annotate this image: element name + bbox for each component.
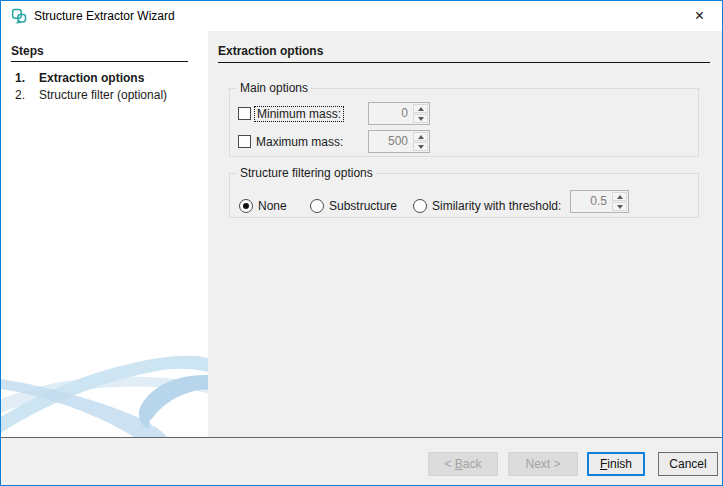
spinner-down-button (413, 142, 428, 151)
spinner-buttons (412, 131, 429, 152)
minimum-mass-checkbox[interactable] (238, 107, 251, 120)
step-label: Structure filter (optional) (39, 88, 167, 103)
wizard-window: Structure Extractor Wizard × Steps 1. Ex… (0, 0, 723, 486)
maximum-mass-label[interactable]: Maximum mass: (256, 135, 343, 149)
back-button: < Back (428, 452, 498, 476)
radio-substructure[interactable]: Substructure (310, 195, 397, 217)
step-label: Extraction options (39, 71, 144, 86)
spinner-down-icon (617, 205, 623, 209)
radio-none[interactable]: None (239, 195, 287, 217)
watermark-swoosh-graphic (1, 337, 208, 437)
maximum-mass-checkbox[interactable] (238, 135, 251, 148)
finish-button[interactable]: Finish (587, 452, 645, 476)
steps-list: 1. Extraction options 2. Structure filte… (1, 70, 208, 104)
content-panel: Extraction options Main options Minimum … (208, 31, 722, 437)
threshold-spinbox: 0.5 (570, 190, 629, 213)
spinner-up-icon (418, 135, 424, 139)
spinner-down-icon (418, 117, 424, 121)
step-item-extraction-options: 1. Extraction options (1, 70, 208, 87)
radio-similarity-control[interactable] (413, 199, 427, 213)
maximum-mass-value: 500 (369, 131, 412, 152)
spinner-down-icon (418, 145, 424, 149)
maximum-mass-spinbox: 500 (368, 130, 430, 153)
step-number: 2. (15, 88, 39, 103)
spinner-buttons (412, 103, 429, 124)
button-bar: < Back Next > Finish Cancel (1, 437, 722, 485)
group-title: Structure filtering options (237, 166, 376, 180)
radio-similarity[interactable]: Similarity with threshold: (413, 195, 561, 217)
structure-filtering-group: Structure filtering options None Substru… (229, 173, 699, 218)
close-icon: × (695, 7, 704, 25)
cancel-button[interactable]: Cancel (658, 452, 718, 476)
radio-substructure-label[interactable]: Substructure (329, 199, 397, 213)
structure-extractor-icon (11, 8, 27, 24)
next-button: Next > (508, 452, 578, 476)
spinner-up-icon (617, 195, 623, 199)
minimum-mass-row: Minimum mass: (238, 102, 344, 125)
spinner-up-button (413, 104, 428, 113)
back-label: < Back (444, 457, 481, 471)
minimum-mass-label[interactable]: Minimum mass: (254, 106, 344, 122)
step-number: 1. (15, 71, 39, 86)
spinner-up-icon (418, 107, 424, 111)
steps-heading: Steps (11, 44, 188, 62)
minimum-mass-value: 0 (369, 103, 412, 124)
radio-none-control[interactable] (239, 199, 253, 213)
radio-substructure-control[interactable] (310, 199, 324, 213)
title-bar[interactable]: Structure Extractor Wizard × (1, 1, 722, 31)
radio-similarity-label[interactable]: Similarity with threshold: (432, 199, 561, 213)
cancel-label: Cancel (669, 457, 706, 471)
radio-none-label[interactable]: None (258, 199, 287, 213)
main-options-group: Main options Minimum mass: 0 Maximum mas… (229, 88, 699, 157)
group-title: Main options (237, 81, 311, 95)
page-title: Extraction options (218, 44, 710, 63)
minimum-mass-spinbox: 0 (368, 102, 430, 125)
spinner-up-button (413, 132, 428, 141)
spinner-up-button (612, 192, 627, 201)
steps-panel: Steps 1. Extraction options 2. Structure… (1, 31, 208, 437)
next-label: Next > (525, 457, 560, 471)
close-button[interactable]: × (677, 1, 722, 31)
threshold-value: 0.5 (571, 191, 611, 212)
window-title: Structure Extractor Wizard (34, 9, 175, 23)
maximum-mass-row: Maximum mass: (238, 130, 343, 153)
spinner-down-button (612, 202, 627, 211)
spinner-buttons (611, 191, 628, 212)
spinner-down-button (413, 114, 428, 123)
finish-label: Finish (600, 457, 632, 471)
step-item-structure-filter: 2. Structure filter (optional) (1, 87, 208, 104)
